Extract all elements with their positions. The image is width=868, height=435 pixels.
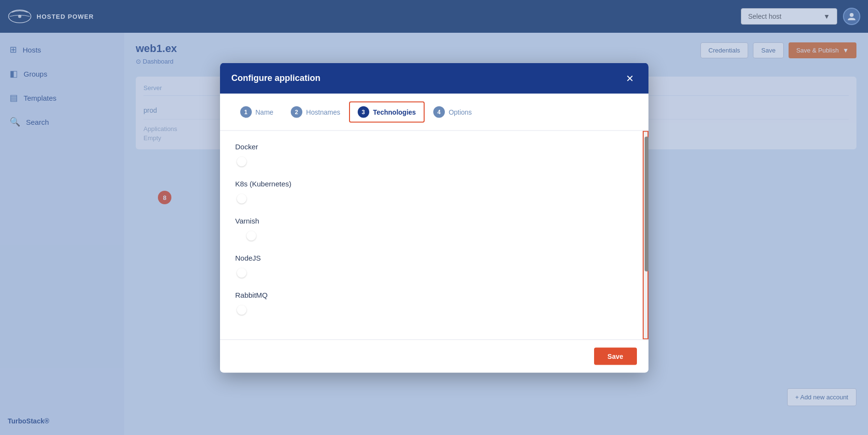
tab-options[interactable]: 4 Options — [425, 101, 480, 122]
tab-hostnames[interactable]: 2 Hostnames — [282, 101, 349, 122]
tech-rabbitmq: RabbitMQ — [235, 290, 627, 312]
step-circle-3: 3 — [358, 106, 369, 118]
tab-options-label: Options — [449, 108, 472, 116]
tab-name[interactable]: 1 Name — [232, 101, 282, 122]
scrollbar-thumb[interactable] — [645, 136, 648, 271]
tech-rabbitmq-label: RabbitMQ — [235, 290, 627, 299]
modal-title: Configure application — [232, 73, 321, 83]
tech-docker: Docker — [235, 142, 627, 164]
tech-k8s-label: K8s (Kubernetes) — [235, 179, 627, 187]
tech-varnish-label: Varnish — [235, 216, 627, 224]
tech-k8s: K8s (Kubernetes) — [235, 179, 627, 201]
tech-nodejs-label: NodeJS — [235, 253, 627, 262]
configure-application-modal: Configure application ✕ 1 Name 2 Hostnam… — [220, 63, 648, 372]
modal-footer: Save — [220, 339, 648, 372]
modal-header: Configure application ✕ — [220, 63, 648, 93]
modal-body: Docker K8s (Kubernetes) Varnish — [220, 131, 648, 339]
modal-scroll-area[interactable]: Docker K8s (Kubernetes) Varnish — [220, 131, 643, 339]
step-circle-4: 4 — [433, 106, 445, 118]
tab-technologies-label: Technologies — [373, 108, 416, 116]
tech-docker-label: Docker — [235, 142, 627, 150]
step-circle-1: 1 — [240, 106, 252, 118]
tech-nodejs: NodeJS — [235, 253, 627, 275]
scrollbar-track[interactable] — [643, 131, 648, 339]
wizard-tabs: 1 Name 2 Hostnames 3 Technologies 4 Opti… — [220, 93, 648, 131]
tech-varnish: Varnish — [235, 216, 627, 238]
step-circle-2: 2 — [291, 106, 302, 118]
tab-technologies[interactable]: 3 Technologies — [349, 101, 425, 122]
tab-name-label: Name — [256, 108, 273, 116]
tab-hostnames-label: Hostnames — [306, 108, 340, 116]
modal-save-button[interactable]: Save — [594, 347, 637, 365]
modal-close-button[interactable]: ✕ — [623, 71, 637, 85]
